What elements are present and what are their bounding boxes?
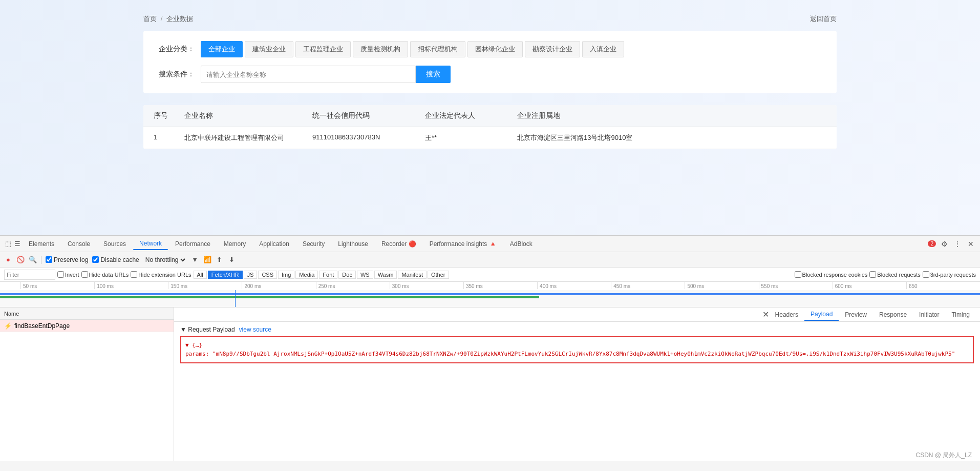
detail-tab-headers[interactable]: Headers <box>769 309 804 320</box>
hide-data-urls-text: Hide data URLs <box>89 272 129 278</box>
tab-console[interactable]: Console <box>61 238 96 250</box>
third-party-label[interactable]: 3rd-party requests <box>923 271 976 278</box>
throttle-dropdown-icon[interactable]: ▼ <box>191 256 199 264</box>
detail-tab-response[interactable]: Response <box>873 309 913 320</box>
cat-btn-survey[interactable]: 勘察设计企业 <box>525 41 580 57</box>
ftype-js[interactable]: JS <box>244 271 258 279</box>
ftype-font[interactable]: Font <box>319 271 337 279</box>
tick-200: 200 ms <box>242 282 315 289</box>
blocked-cookies-label[interactable]: Blocked response cookies <box>795 271 868 278</box>
payload-content: ▼ {…} params: "mN8p9//SDbTgu2bl AjroxNML… <box>180 336 974 363</box>
detail-tab-timing[interactable]: Timing <box>945 309 976 320</box>
detail-tab-payload[interactable]: Payload <box>804 309 839 321</box>
filter-row: 企业分类： 全部企业 建筑业企业 工程监理企业 质量检测机构 招标代理机构 园林… <box>159 41 821 57</box>
detail-tab-initiator[interactable]: Initiator <box>913 309 945 320</box>
detail-tab-preview[interactable]: Preview <box>839 309 873 320</box>
tab-sources[interactable]: Sources <box>97 238 132 250</box>
tick-550: 550 ms <box>759 282 833 289</box>
tab-security[interactable]: Security <box>296 238 331 250</box>
tab-performance-insights[interactable]: Performance insights 🔺 <box>423 238 503 250</box>
tab-lighthouse[interactable]: Lighthouse <box>332 238 374 250</box>
tab-performance[interactable]: Performance <box>169 238 217 250</box>
blocked-cookies-checkbox[interactable] <box>795 271 801 278</box>
tab-recorder[interactable]: Recorder 🔴 <box>375 238 422 250</box>
ftype-all[interactable]: All <box>194 271 207 279</box>
cat-btn-supervision[interactable]: 工程监理企业 <box>295 41 351 57</box>
breadcrumb-home[interactable]: 首页 <box>143 15 157 23</box>
blocked-requests-checkbox[interactable] <box>869 271 876 278</box>
main-page: 首页 / 企业数据 返回首页 企业分类： 全部企业 建筑业企业 工程监理企业 质… <box>0 0 980 471</box>
tick-100: 100 ms <box>94 282 168 289</box>
view-source-link[interactable]: view source <box>239 326 271 333</box>
tick-600: 600 ms <box>833 282 906 289</box>
ftype-ws[interactable]: WS <box>357 271 373 279</box>
ftype-other[interactable]: Other <box>428 271 449 279</box>
tab-memory[interactable]: Memory <box>218 238 252 250</box>
preserve-log-checkbox[interactable] <box>46 256 52 263</box>
throttle-select[interactable]: No throttling <box>143 256 187 264</box>
search-icon[interactable]: 🔍 <box>29 256 37 264</box>
cat-btn-yunnan[interactable]: 入滇企业 <box>582 41 624 57</box>
wifi-icon[interactable]: 📶 <box>203 256 211 264</box>
settings-icon[interactable]: ⚙ <box>939 239 949 249</box>
hide-data-urls-checkbox[interactable] <box>81 271 88 278</box>
third-party-checkbox[interactable] <box>923 271 929 278</box>
ftype-media[interactable]: Media <box>295 271 318 279</box>
download-icon[interactable]: ⬇ <box>228 256 236 264</box>
back-link[interactable]: 返回首页 <box>810 14 837 24</box>
net-item-name: findBaseEntDpPage <box>14 322 70 330</box>
cat-btn-construction[interactable]: 建筑业企业 <box>245 41 293 57</box>
search-button[interactable]: 搜索 <box>416 66 451 83</box>
ftype-manifest[interactable]: Manifest <box>398 271 427 279</box>
net-list-header: Name <box>0 308 174 320</box>
hide-ext-urls-text: Hide extension URLs <box>138 272 191 278</box>
table-row[interactable]: 1 北京中联环建设工程管理有限公司 91110108633730783N 王**… <box>143 127 837 149</box>
tick-300: 300 ms <box>390 282 463 289</box>
ftype-fetch-xhr[interactable]: Fetch/XHR <box>208 271 243 279</box>
ftype-img[interactable]: Img <box>278 271 294 279</box>
filter-input[interactable] <box>4 270 55 280</box>
detail-close-btn[interactable]: ✕ <box>762 310 769 319</box>
search-input[interactable] <box>201 66 416 83</box>
filter-label: 企业分类： <box>159 45 195 54</box>
hide-ext-urls-checkbox[interactable] <box>131 271 137 278</box>
payload-json-open: ▼ {…} <box>185 342 202 349</box>
blocked-requests-label[interactable]: Blocked requests <box>869 271 920 278</box>
cat-btn-quality[interactable]: 质量检测机构 <box>353 41 408 57</box>
cat-btn-all[interactable]: 全部企业 <box>201 41 243 57</box>
disable-cache-checkbox[interactable] <box>92 256 99 263</box>
invert-checkbox[interactable] <box>57 271 64 278</box>
invert-label[interactable]: Invert <box>57 271 79 278</box>
col-index: 序号 <box>154 111 184 120</box>
detail-tabs: ✕ Headers Payload Preview Response Initi… <box>174 308 980 322</box>
tab-elements[interactable]: Elements <box>23 238 60 250</box>
preserve-log-text: Preserve log <box>54 256 88 263</box>
payload-params: params: "mN8p9//SDbTgu2bl AjroxNMLsjSnGk… <box>185 351 955 357</box>
tab-network[interactable]: Network <box>133 238 168 250</box>
ftype-doc[interactable]: Doc <box>338 271 356 279</box>
ftype-wasm[interactable]: Wasm <box>374 271 397 279</box>
more-icon[interactable]: ⋮ <box>952 239 963 249</box>
tab-application[interactable]: Application <box>253 238 295 250</box>
inspect-icon[interactable]: ⬚ <box>4 240 12 248</box>
timeline-cursor <box>235 290 236 308</box>
row-rep: 王** <box>425 133 517 142</box>
upload-icon[interactable]: ⬆ <box>216 256 224 264</box>
col-address: 企业注册属地 <box>517 111 826 120</box>
device-icon[interactable]: ☰ <box>13 240 22 248</box>
record-icon[interactable]: ● <box>4 256 12 264</box>
tab-adblock[interactable]: AdBlock <box>504 238 539 250</box>
preserve-log-label[interactable]: Preserve log <box>46 256 88 263</box>
hide-data-urls-label[interactable]: Hide data URLs <box>81 271 129 278</box>
search-row: 搜索条件： 搜索 <box>159 66 821 83</box>
content-area: 企业分类： 全部企业 建筑业企业 工程监理企业 质量检测机构 招标代理机构 园林… <box>143 31 837 93</box>
cat-btn-bidding[interactable]: 招标代理机构 <box>410 41 465 57</box>
close-icon[interactable]: ✕ <box>966 239 976 249</box>
clear-icon[interactable]: 🚫 <box>16 256 25 264</box>
net-list-item[interactable]: ⚡ findBaseEntDpPage <box>0 320 174 332</box>
hide-ext-urls-label[interactable]: Hide extension URLs <box>131 271 191 278</box>
disable-cache-label[interactable]: Disable cache <box>92 256 139 263</box>
ftype-css[interactable]: CSS <box>258 271 277 279</box>
tick-150: 150 ms <box>168 282 242 289</box>
cat-btn-garden[interactable]: 园林绿化企业 <box>467 41 523 57</box>
